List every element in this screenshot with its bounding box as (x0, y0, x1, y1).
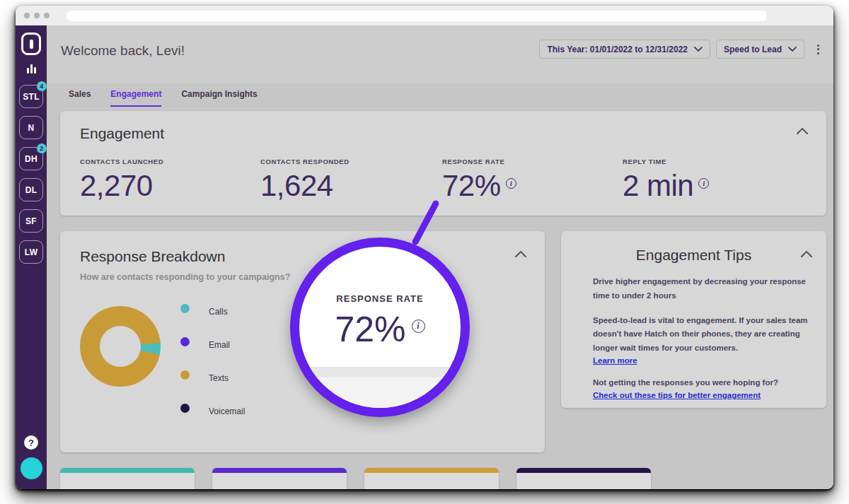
legend-dot (180, 304, 190, 313)
chart-legend: Calls Email Texts Voicemail (180, 304, 245, 419)
window-control-dot[interactable] (24, 13, 30, 18)
tab-bar: Sales Engagement Campaign Insights (69, 89, 258, 107)
collapse-chevron-icon[interactable] (797, 128, 808, 134)
hatch-logo-icon[interactable] (21, 33, 41, 55)
notification-badge: 4 (37, 81, 47, 91)
tab-campaign-insights[interactable]: Campaign Insights (181, 89, 257, 107)
lightbulb-icon (578, 276, 586, 303)
user-avatar[interactable] (21, 457, 42, 479)
lightbulb-icon (578, 315, 586, 365)
collapse-chevron-icon[interactable] (515, 251, 526, 257)
main-content: Welcome back, Levi! This Year: 01/01/202… (47, 25, 833, 489)
summary-card (212, 468, 347, 489)
legend-item-texts: Texts (180, 370, 245, 386)
info-icon[interactable]: i (506, 178, 516, 189)
kebab-menu-icon[interactable] (810, 42, 825, 57)
summary-card (364, 468, 499, 489)
workspace-item-dl[interactable]: DL (19, 178, 43, 201)
help-icon[interactable]: ? (24, 435, 38, 450)
url-bar[interactable] (67, 11, 767, 21)
legend-dot (180, 404, 190, 413)
metric-filter-dropdown[interactable]: Speed to Lead (716, 40, 804, 59)
response-donut-chart (80, 306, 161, 387)
magnifier-circle: RESPONSE RATE 72%i (290, 238, 470, 417)
browser-chrome (16, 6, 833, 25)
sidebar: STL 4 N DH 2 DL SF (16, 25, 47, 489)
tip-item: Not getting the responses you were hopin… (578, 375, 809, 399)
window-control-dot[interactable] (34, 13, 40, 18)
panel-title: Response Breakdown (80, 248, 525, 265)
legend-dot (180, 337, 190, 346)
engagement-tips-panel: Engagement Tips Drive higher engagement … (561, 231, 826, 408)
page: RESPONSE RATE 72%i (0, 0, 849, 504)
info-icon[interactable]: i (698, 178, 709, 189)
engagement-tips-link[interactable]: Check out these tips for better engageme… (593, 391, 778, 399)
tip-item: Speed-to-lead is vital to engagement. If… (578, 313, 809, 365)
chevron-down-icon (694, 47, 703, 52)
panel-title: Engagement Tips (578, 247, 809, 264)
window-control-dot[interactable] (44, 13, 50, 18)
notification-badge: 2 (37, 143, 47, 153)
browser-window: STL 4 N DH 2 DL SF (16, 6, 833, 489)
tip-item: Drive higher engagement by decreasing yo… (578, 274, 809, 303)
summary-card (516, 468, 651, 489)
magnified-metric-label: RESPONSE RATE (299, 293, 461, 304)
date-range-dropdown[interactable]: This Year: 01/01/2022 to 12/31/2022 (539, 40, 710, 59)
metric-response-rate: RESPONSE RATE 72%i (442, 158, 623, 203)
bottom-card-row (60, 468, 651, 489)
legend-item-email: Email (180, 337, 245, 353)
chevron-down-icon (788, 47, 797, 52)
info-icon: i (412, 320, 425, 333)
workspace-list: STL 4 N DH 2 DL SF (19, 85, 43, 264)
workspace-item-stl[interactable]: STL 4 (19, 85, 43, 108)
legend-item-calls: Calls (180, 304, 245, 320)
tab-engagement[interactable]: Engagement (110, 89, 161, 107)
metric-contacts-launched: CONTACTS LAUNCHED 2,270 (80, 158, 260, 203)
learn-more-link[interactable]: Learn more (593, 356, 809, 365)
metric-reply-time: REPLY TIME 2 mini (623, 158, 807, 203)
panel-title: Engagement (80, 125, 807, 142)
legend-dot (180, 370, 190, 380)
workspace-item-dh[interactable]: DH 2 (19, 147, 43, 170)
tab-sales[interactable]: Sales (69, 89, 91, 107)
metric-contacts-responded: CONTACTS RESPONDED 1,624 (260, 158, 442, 203)
workspace-item-n[interactable]: N (19, 116, 43, 139)
legend-item-voicemail: Voicemail (180, 404, 245, 419)
workspace-item-lw[interactable]: LW (19, 240, 43, 264)
lightbulb-icon (578, 377, 586, 399)
metrics-row: CONTACTS LAUNCHED 2,270 CONTACTS RESPOND… (80, 158, 807, 203)
workspace-item-sf[interactable]: SF (19, 209, 43, 233)
magnified-metric-value: 72%i (299, 309, 461, 350)
collapse-chevron-icon[interactable] (801, 251, 812, 257)
reports-bar-chart-icon[interactable] (27, 64, 36, 74)
magnified-card-edge (299, 367, 461, 377)
greeting-text: Welcome back, Levi! (61, 43, 185, 59)
window-controls[interactable] (24, 13, 50, 18)
summary-card (60, 468, 195, 489)
engagement-panel: Engagement CONTACTS LAUNCHED 2,270 CONTA… (60, 111, 826, 216)
